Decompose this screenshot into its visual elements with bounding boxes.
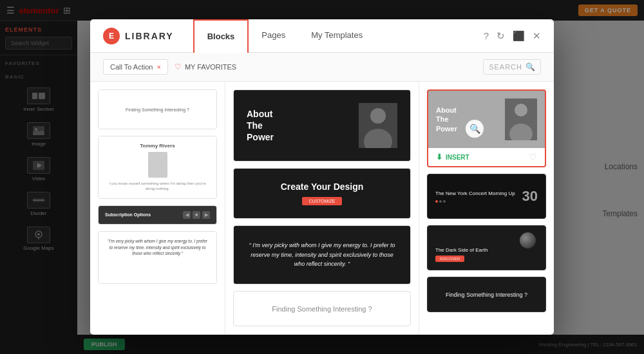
finding-dark-text: Finding Something Interesting ? (446, 292, 527, 298)
insert-button[interactable]: ⬇ INSERT (436, 153, 469, 162)
about-person-image (359, 103, 397, 148)
favorite-heart-icon[interactable]: ♡ (529, 152, 537, 162)
help-icon[interactable]: ? (484, 30, 489, 41)
card-inner: Finding Something Interesting ? (99, 90, 216, 129)
search-placeholder-text: SEARCH (489, 63, 522, 71)
discover-button[interactable]: DISCOVER (435, 256, 464, 262)
card-person-inner: Tommy Rivers I you know myself something… (99, 136, 216, 198)
svg-point-16 (515, 104, 527, 116)
customize-button[interactable]: CUSTOMIZE (302, 197, 341, 205)
featured-footer: ⬇ INSERT ♡ (428, 148, 545, 166)
left-column: Finding Something Interesting ? Tommy Ri… (90, 82, 225, 335)
template-card-quote-left[interactable]: "I'm very picky with whom I give my ener… (98, 231, 217, 284)
middle-column: AboutThePower Crea (225, 82, 419, 335)
modal-title: LIBRARY (125, 31, 174, 41)
about-text-block: AboutThePower (247, 108, 349, 144)
template-card-concert[interactable]: The New York Concert Morning Up 30 (427, 174, 546, 219)
zoom-icon: 🔍 (466, 120, 484, 138)
template-card-person[interactable]: Tommy Rivers I you know myself something… (98, 136, 217, 199)
toolbar-container: ➤ Call To Action × ♡ MY FAVORITES SEARCH… (90, 53, 554, 82)
featured-person-image (505, 98, 537, 140)
darkside-title: The Dark Side of Earth (435, 247, 488, 253)
modal-overlay[interactable]: E LIBRARY Blocks Pages My Templates ? ↻ … (0, 0, 644, 354)
about-card-inner: AboutThePower (234, 90, 410, 161)
concert-text-block: The New York Concert Morning Up (435, 190, 522, 202)
search-icon: 🔍 (526, 62, 535, 71)
quote-big-card-inner: " I'm very picky with whom I give my ene… (234, 226, 410, 284)
my-favorites-button[interactable]: ♡ MY FAVORITES (175, 62, 236, 71)
dot-3 (443, 200, 446, 203)
person-name: Tommy Rivers (106, 143, 209, 149)
template-card-finding-middle[interactable]: Finding Something Interesting ? (233, 291, 411, 326)
template-card-finding-1[interactable]: Finding Something Interesting ? (98, 89, 217, 129)
cursor-indicator: ↖ (514, 146, 522, 158)
featured-card-inner: AboutThePower 🔍 ↖ (428, 91, 545, 148)
heart-icon: ♡ (175, 62, 182, 71)
modal-body: Finding Something Interesting ? Tommy Ri… (90, 82, 554, 335)
tab-my-templates[interactable]: My Templates (298, 19, 375, 53)
subscription-title: Subscription Options (105, 212, 151, 217)
about-title-middle: AboutThePower (247, 108, 349, 144)
right-column: AboutThePower 🔍 ↖ (419, 82, 554, 335)
subscription-inner: Subscription Options ◀ ■ ▶ (99, 206, 216, 224)
sub-btn-2[interactable]: ■ (193, 211, 200, 219)
template-card-finding-dark[interactable]: Finding Something Interesting ? (427, 277, 546, 312)
concert-number: 30 (522, 188, 538, 205)
modal-logo: E (103, 28, 120, 44)
quote-card-inner: "I'm very picky with whom I give my ener… (99, 232, 216, 283)
filter-clear-icon[interactable]: × (156, 63, 160, 71)
close-icon[interactable]: ✕ (533, 30, 541, 42)
tab-pages[interactable]: Pages (249, 19, 298, 53)
concert-title: The New York Concert Morning Up (435, 190, 522, 197)
template-card-subscription[interactable]: Subscription Options ◀ ■ ▶ (98, 205, 217, 225)
search-box[interactable]: SEARCH 🔍 (483, 59, 541, 75)
template-card-about-middle[interactable]: AboutThePower (233, 89, 411, 162)
svg-point-13 (370, 108, 386, 124)
library-modal: E LIBRARY Blocks Pages My Templates ? ↻ … (90, 19, 554, 335)
quote-big-text: " I'm very picky with whom I give my ene… (247, 241, 397, 268)
download-icon: ⬇ (436, 153, 442, 162)
featured-card-about[interactable]: AboutThePower 🔍 ↖ (427, 89, 546, 167)
refresh-icon[interactable]: ↻ (497, 30, 505, 42)
category-filter-dropdown[interactable]: Call To Action × (103, 59, 168, 75)
modal-header-actions: ? ↻ ⬛ ✕ (484, 30, 541, 42)
modal-tabs: Blocks Pages My Templates (193, 19, 484, 53)
subscription-controls: ◀ ■ ▶ (183, 211, 210, 219)
save-icon[interactable]: ⬛ (513, 30, 525, 42)
person-silhouette (148, 152, 167, 178)
quote-text-left: "I'm very picky with whom I give my ener… (106, 238, 209, 257)
concert-dots (435, 200, 522, 203)
person-description: I you know myself something when I'm doi… (106, 181, 209, 192)
tab-blocks[interactable]: Blocks (193, 19, 249, 54)
sub-btn-1[interactable]: ◀ (183, 211, 191, 219)
template-card-quote-middle[interactable]: " I'm very picky with whom I give my ene… (233, 225, 411, 284)
template-card-darkside[interactable]: The Dark Side of Earth DISCOVER (427, 225, 546, 270)
dot-2 (439, 200, 442, 203)
modal-toolbar: Call To Action × ♡ MY FAVORITES SEARCH 🔍 (90, 53, 554, 82)
dot-1 (435, 200, 438, 203)
template-card-create[interactable]: Create Your Design CUSTOMIZE (233, 168, 411, 219)
finding-text-middle: Finding Something Interesting ? (272, 305, 372, 313)
modal-header: E LIBRARY Blocks Pages My Templates ? ↻ … (90, 19, 554, 53)
darkside-sphere (520, 232, 536, 248)
finding-text-1: Finding Something Interesting ? (126, 107, 189, 112)
sub-btn-3[interactable]: ▶ (202, 211, 210, 219)
create-title: Create Your Design (281, 182, 364, 192)
create-card-inner: Create Your Design CUSTOMIZE (234, 169, 410, 218)
